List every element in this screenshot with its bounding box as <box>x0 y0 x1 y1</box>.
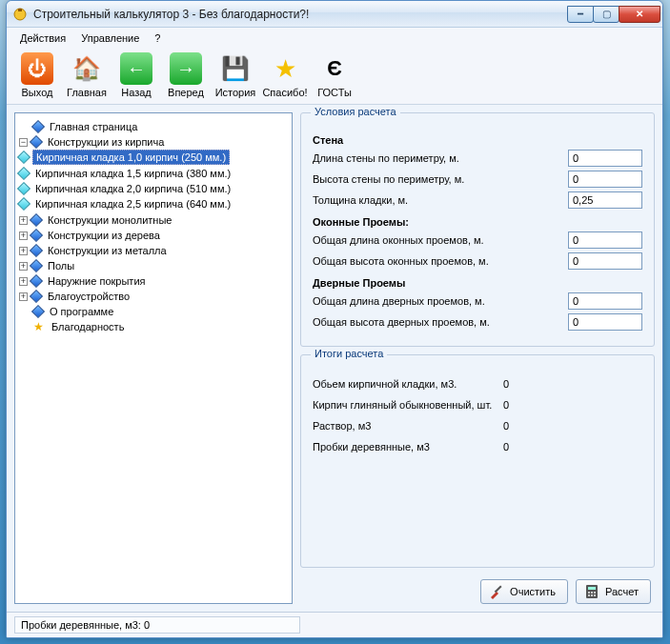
toolbar-home[interactable]: 🏠 Главная <box>62 52 112 98</box>
clear-button[interactable]: Очистить <box>480 579 568 604</box>
close-button[interactable]: ✕ <box>619 6 660 23</box>
toolbar-thanks-label: Спасибо! <box>260 87 310 98</box>
door-length-input[interactable] <box>568 292 642 310</box>
diamond-icon <box>30 290 43 303</box>
svg-rect-4 <box>588 587 596 590</box>
tree-view[interactable]: Главная страница −Конструкции из кирпича… <box>14 112 293 604</box>
home-icon: 🏠 <box>71 52 103 85</box>
menu-manage[interactable]: Управление <box>75 30 145 46</box>
tree-brick-item-2[interactable]: Кирпичная кладка 2,0 кирпича (510 мм.) <box>19 181 288 196</box>
arrow-right-icon: → <box>170 52 202 85</box>
diamond-icon <box>30 135 43 149</box>
gost-icon: Є <box>318 52 351 85</box>
diamond-icon <box>30 274 43 288</box>
diamond-icon <box>17 197 30 211</box>
calc-button[interactable]: Расчет <box>576 579 651 604</box>
app-icon <box>12 7 28 22</box>
wall-height-label: Высота стены по периметру, м. <box>313 173 560 185</box>
menu-help[interactable]: ? <box>149 30 166 46</box>
toolbar-gost-label: ГОСТы <box>310 87 359 98</box>
tree-wood[interactable]: +Конструкции из дерева <box>19 228 288 243</box>
tree-brick-item-0[interactable]: Кирпичная кладка 1,0 кирпич (250 мм.) <box>19 149 288 166</box>
result-row: Раствор, м30 <box>313 420 642 432</box>
expand-icon[interactable]: + <box>19 277 28 286</box>
thickness-input[interactable] <box>568 191 642 209</box>
diamond-icon <box>17 167 30 180</box>
clear-button-label: Очистить <box>510 586 556 597</box>
tree-landscaping[interactable]: +Благоустройство <box>19 289 288 304</box>
toolbar-history[interactable]: 💾 История <box>211 52 260 98</box>
floppy-icon: 💾 <box>219 52 252 85</box>
win-length-label: Общая длина оконных проемов, м. <box>313 234 560 246</box>
status-text: Пробки деревянные, м3: 0 <box>14 616 300 634</box>
results-group: Итоги расчета Обьем кирпичной кладки, м3… <box>300 354 655 568</box>
titlebar[interactable]: Строительный калькулятор 3 - Без благода… <box>7 1 662 28</box>
star-icon: ★ <box>33 321 45 332</box>
toolbar-back[interactable]: ← Назад <box>112 52 161 98</box>
win-height-input[interactable] <box>568 252 642 270</box>
tree-about[interactable]: О программе <box>19 304 288 319</box>
svg-rect-1 <box>18 9 22 11</box>
tree-monolith[interactable]: +Конструкции монолитные <box>19 212 288 228</box>
toolbar-forward[interactable]: → Вперед <box>161 52 211 98</box>
wall-length-label: Длина стены по периметру, м. <box>313 152 560 164</box>
toolbar-back-label: Назад <box>112 87 161 98</box>
toolbar-thanks[interactable]: ★ Спасибо! <box>260 52 310 98</box>
expand-icon[interactable]: + <box>19 292 28 301</box>
right-pane: Условия расчета Стена Длина стены по пер… <box>300 112 655 604</box>
power-icon: ⏻ <box>21 52 53 85</box>
tree-outer[interactable]: +Наружние покрытия <box>19 273 288 289</box>
tree-brick-item-1[interactable]: Кирпичная кладка 1,5 кирпича (380 мм.) <box>19 166 288 181</box>
main-content: Главная страница −Конструкции из кирпича… <box>7 105 662 612</box>
calculator-icon <box>584 584 599 599</box>
result-row: Кирпич глиняный обыкновенный, шт.0 <box>313 399 642 411</box>
wall-heading: Стена <box>313 134 642 146</box>
svg-rect-7 <box>594 592 596 594</box>
conditions-group: Условия расчета Стена Длина стены по пер… <box>300 112 655 347</box>
button-row: Очистить Расчет <box>300 575 655 604</box>
doors-heading: Дверные Проемы <box>313 277 642 289</box>
arrow-left-icon: ← <box>120 52 152 85</box>
tree-brick[interactable]: −Конструкции из кирпича Кирпичная кладка… <box>19 134 288 212</box>
tree-main-page[interactable]: Главная страница <box>19 119 288 134</box>
app-window: Строительный калькулятор 3 - Без благода… <box>6 0 663 638</box>
door-length-label: Общая длина дверных проемов, м. <box>313 295 560 307</box>
results-legend: Итоги расчета <box>311 348 387 359</box>
maximize-button[interactable]: ▢ <box>593 6 619 23</box>
brush-icon <box>489 584 504 599</box>
wall-length-input[interactable] <box>568 150 642 167</box>
conditions-legend: Условия расчета <box>311 106 400 117</box>
menu-actions[interactable]: Действия <box>14 30 71 46</box>
collapse-icon[interactable]: − <box>19 138 28 147</box>
windows-heading: Оконные Проемы: <box>313 216 642 228</box>
diamond-icon <box>30 259 43 272</box>
door-height-label: Общая высота дверных проемов, м. <box>313 316 560 328</box>
window-controls: ━ ▢ ✕ <box>568 6 660 23</box>
window-title: Строительный калькулятор 3 - Без благода… <box>33 8 568 21</box>
toolbar-exit[interactable]: ⏻ Выход <box>12 52 62 98</box>
diamond-icon <box>17 151 30 164</box>
expand-icon[interactable]: + <box>19 262 28 271</box>
wall-height-input[interactable] <box>568 171 642 188</box>
svg-rect-8 <box>588 594 590 596</box>
tree-floors[interactable]: +Полы <box>19 258 288 273</box>
diamond-icon <box>31 305 45 318</box>
expand-icon[interactable]: + <box>19 247 28 255</box>
svg-rect-10 <box>594 594 596 596</box>
win-length-input[interactable] <box>568 231 642 249</box>
tree-gratitude[interactable]: ★Благодарность <box>19 319 288 334</box>
calc-button-label: Расчет <box>605 586 639 597</box>
toolbar-gost[interactable]: Є ГОСТы <box>310 52 359 98</box>
expand-icon[interactable]: + <box>19 216 28 225</box>
svg-rect-6 <box>591 592 593 594</box>
tree-brick-item-3[interactable]: Кирпичная кладка 2,5 кирпича (640 мм.) <box>19 196 288 211</box>
minimize-button[interactable]: ━ <box>567 6 594 23</box>
door-height-input[interactable] <box>568 313 642 331</box>
toolbar-home-label: Главная <box>62 87 112 98</box>
expand-icon[interactable]: + <box>19 231 28 240</box>
svg-rect-9 <box>591 594 593 596</box>
diamond-icon <box>31 120 45 133</box>
tree-metal[interactable]: +Конструкции из металла <box>19 243 288 258</box>
toolbar-forward-label: Вперед <box>161 87 211 98</box>
diamond-icon <box>30 213 43 227</box>
